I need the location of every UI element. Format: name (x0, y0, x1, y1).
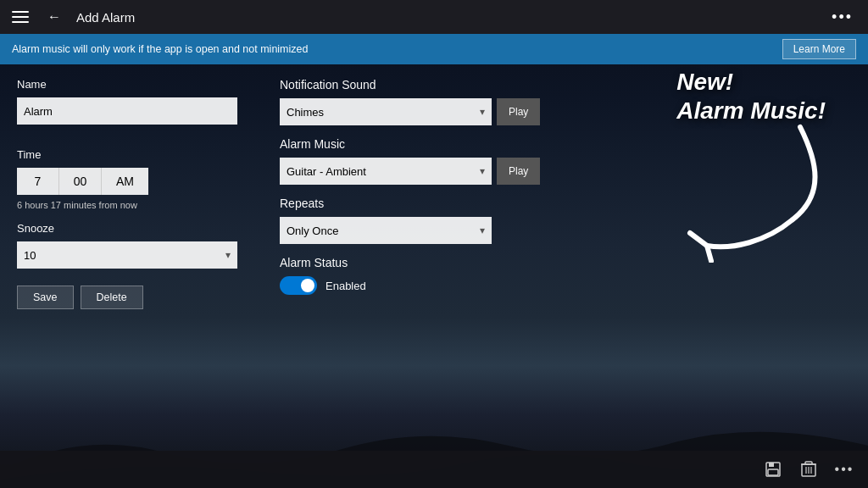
toggle-thumb (301, 279, 314, 292)
alarm-music-row: Guitar - Ambient Piano None Play (280, 158, 851, 185)
repeats-label: Repeats (280, 197, 851, 210)
name-label: Name (17, 78, 263, 91)
snooze-section: Snooze 10 5 15 20 30 (17, 222, 263, 269)
alarm-music-section: Alarm Music Guitar - Ambient Piano None … (280, 137, 851, 185)
ampm-input[interactable] (102, 168, 148, 195)
title-more-button[interactable]: ••• (825, 5, 860, 30)
notification-play-button[interactable]: Play (497, 98, 540, 125)
hour-input[interactable] (17, 168, 59, 195)
snooze-label: Snooze (17, 222, 263, 235)
save-icon-button[interactable] (760, 456, 787, 483)
enabled-label: Enabled (326, 280, 366, 292)
back-button[interactable]: ← (42, 5, 66, 29)
app-panel: ← Add Alarm ••• Alarm music will only wo… (0, 0, 868, 488)
repeats-select-wrapper: Only Once Daily Weekdays Weekends (280, 217, 492, 244)
title-bar: ← Add Alarm ••• (0, 0, 868, 34)
main-content: Name Time 6 hours 17 minutes from now Sn… (0, 64, 868, 451)
time-label: Time (17, 148, 263, 161)
trash-icon (801, 461, 816, 478)
bottom-more-button[interactable]: ••• (831, 456, 858, 483)
svg-rect-1 (769, 463, 774, 467)
right-column: Notification Sound Chimes Bell Buzzer Ch… (263, 78, 851, 437)
notification-sound-select[interactable]: Chimes Bell Buzzer Chord (280, 98, 492, 125)
learn-more-button[interactable]: Learn More (782, 39, 856, 59)
name-section: Name (17, 78, 263, 136)
time-section: Time 6 hours 17 minutes from now (17, 148, 263, 210)
bottom-toolbar: ••• (0, 451, 868, 488)
repeats-select[interactable]: Only Once Daily Weekdays Weekends (280, 217, 492, 244)
name-input[interactable] (17, 97, 237, 125)
svg-rect-5 (805, 462, 812, 464)
banner: Alarm music will only work if the app is… (0, 34, 868, 64)
alarm-status-label: Alarm Status (280, 256, 851, 269)
notification-sound-section: Notification Sound Chimes Bell Buzzer Ch… (280, 78, 851, 125)
notification-sound-row: Chimes Bell Buzzer Chord Play (280, 98, 851, 125)
delete-button[interactable]: Delete (81, 286, 143, 309)
alarm-music-play-button[interactable]: Play (497, 158, 540, 185)
banner-message: Alarm music will only work if the app is… (12, 43, 308, 55)
toggle-row: Enabled (280, 276, 851, 295)
alarm-music-select[interactable]: Guitar - Ambient Piano None (280, 158, 492, 185)
alarm-status-section: Alarm Status Enabled (280, 256, 851, 295)
status-toggle[interactable] (280, 276, 317, 295)
left-column: Name Time 6 hours 17 minutes from now Sn… (17, 78, 263, 437)
snooze-select[interactable]: 10 5 15 20 30 (17, 241, 237, 269)
minute-input[interactable] (59, 168, 102, 195)
alarm-music-select-wrapper: Guitar - Ambient Piano None (280, 158, 492, 185)
alarm-music-label: Alarm Music (280, 137, 851, 151)
delete-icon-button[interactable] (795, 456, 822, 483)
save-icon (765, 461, 782, 478)
save-button[interactable]: Save (17, 286, 74, 309)
notification-sound-label: Notification Sound (280, 78, 851, 92)
repeats-section: Repeats Only Once Daily Weekdays Weekend… (280, 197, 851, 244)
action-row: Save Delete (17, 286, 263, 309)
page-title: Add Alarm (76, 10, 815, 25)
time-row (17, 168, 263, 195)
time-hint: 6 hours 17 minutes from now (17, 200, 263, 210)
svg-rect-2 (768, 469, 778, 475)
hamburger-button[interactable] (8, 5, 32, 29)
snooze-select-wrapper: 10 5 15 20 30 (17, 241, 237, 269)
notification-sound-select-wrapper: Chimes Bell Buzzer Chord (280, 98, 492, 125)
